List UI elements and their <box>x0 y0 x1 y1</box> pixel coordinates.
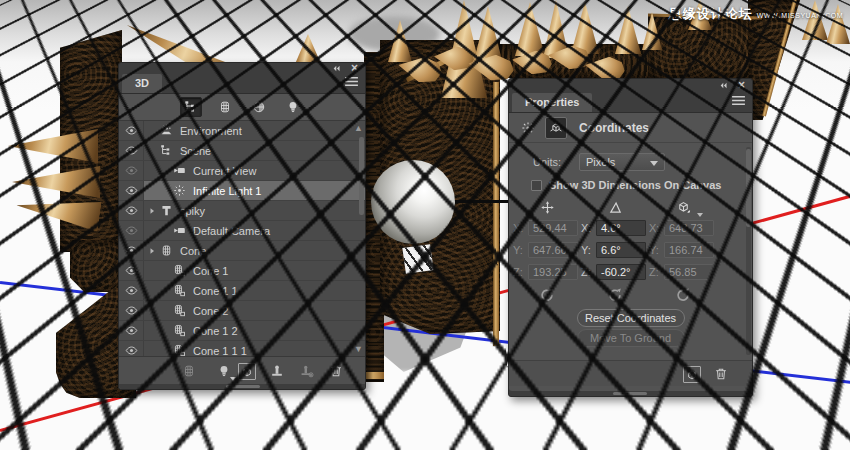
visibility-eye-icon[interactable] <box>119 321 144 340</box>
layer-row-current-view[interactable]: Current View <box>119 161 365 181</box>
close-icon[interactable]: × <box>351 64 358 73</box>
mesh-instance-icon <box>171 264 187 277</box>
properties-panel: × Properties Coordinates Units: Pixels S… <box>508 78 753 397</box>
tab-3d[interactable]: 3D <box>122 74 162 93</box>
units-dropdown[interactable]: Pixels <box>579 153 665 171</box>
coord-value-field: 193.25 <box>528 264 578 280</box>
mesh-instance-icon <box>171 324 187 337</box>
axis-label: Z: <box>513 266 528 278</box>
gold-trim-sliver-base <box>364 372 384 379</box>
layer-row-scene[interactable]: Scene <box>119 141 365 161</box>
infinite-light-icon[interactable] <box>517 117 539 139</box>
show-3d-dimensions-checkbox[interactable] <box>531 180 542 191</box>
move-icon[interactable] <box>513 197 581 217</box>
properties-hscrollbar[interactable] <box>509 391 752 396</box>
scroll-down-icon[interactable]: ▼ <box>354 344 363 354</box>
properties-panel-tabrow: Properties <box>509 92 752 112</box>
reset-icon[interactable] <box>513 283 581 307</box>
coordinates-icon[interactable] <box>545 117 567 139</box>
visibility-eye-icon[interactable] <box>119 141 144 160</box>
layer-label: Current View <box>193 165 256 177</box>
visibility-eye-icon[interactable] <box>119 281 144 300</box>
expander-icon[interactable] <box>148 247 158 255</box>
layer-label: Environment <box>180 125 242 137</box>
reset-icon[interactable] <box>581 283 649 307</box>
filter-mesh-icon[interactable] <box>214 97 236 117</box>
tab-properties[interactable]: Properties <box>512 93 592 112</box>
scroll-up-icon[interactable]: ▲ <box>354 123 363 133</box>
camera-icon <box>171 164 187 177</box>
expander-icon[interactable] <box>148 207 158 215</box>
visibility-eye-icon[interactable] <box>119 341 144 356</box>
move-to-ground-button[interactable]: Move To Ground <box>577 329 685 347</box>
axis-label: X: <box>513 222 528 234</box>
add-cube-icon[interactable] <box>683 366 701 383</box>
rotate-icon[interactable] <box>581 197 649 217</box>
layer-row-environment[interactable]: Environment <box>119 121 365 141</box>
3d-panel: × 3D ▲ ▼ EnvironmentSceneCurrent ViewInf… <box>118 62 366 390</box>
trash-icon[interactable] <box>328 363 344 379</box>
layer-row-cone-1-2[interactable]: Cone 1 2 <box>119 321 365 341</box>
coord-value-field[interactable]: 6.6° <box>596 242 646 258</box>
layer-row-cone[interactable]: Cone <box>119 241 365 261</box>
layer-row-cone-1-1-1[interactable]: Cone 1 1 1 <box>119 341 365 356</box>
visibility-eye-icon[interactable] <box>119 201 144 220</box>
mesh-t-icon <box>158 204 174 217</box>
properties-panel-dragbar[interactable]: × <box>509 79 752 92</box>
layer-row-spiky[interactable]: spiky <box>119 201 365 221</box>
coord-value-field[interactable]: -60.2° <box>596 264 646 280</box>
coord-value-field[interactable]: 4.6° <box>596 220 646 236</box>
scale-icon[interactable] <box>649 197 717 217</box>
collapse-panels-icon[interactable] <box>331 64 342 73</box>
layer-label: Cone 1 1 1 <box>193 345 247 357</box>
mesh-instance-icon <box>171 304 187 317</box>
layer-row-cone-1[interactable]: Cone 1 <box>119 261 365 281</box>
layer-row-cone-1-1[interactable]: Cone 1 1 <box>119 281 365 301</box>
infinite-light-widget-sphere[interactable] <box>371 160 455 244</box>
coord-column-position: X:529.44Y:647.66Z:193.25 <box>513 197 581 307</box>
mesh-icon[interactable] <box>181 363 197 379</box>
coordinates-grid: X:529.44Y:647.66Z:193.25X:4.6°Y:6.6°Z:-6… <box>509 197 752 307</box>
panel-menu-icon[interactable] <box>731 95 746 108</box>
properties-vscrollbar[interactable] <box>746 147 751 355</box>
3d-panel-hscrollbar[interactable] <box>119 384 365 389</box>
lightbulb-icon[interactable] <box>216 363 232 379</box>
panel-menu-icon[interactable] <box>344 76 359 89</box>
axis-label: Z: <box>649 266 664 278</box>
stamp-icon[interactable] <box>269 363 285 379</box>
layer-label: Cone 1 1 <box>193 285 238 297</box>
layer-row-default-camera[interactable]: Default Camera <box>119 221 365 241</box>
visibility-eye-icon[interactable] <box>119 261 144 280</box>
collapse-panels-icon[interactable] <box>718 81 729 90</box>
trash-icon[interactable] <box>713 366 729 382</box>
filter-materials-icon[interactable] <box>248 97 270 117</box>
visibility-eye-icon[interactable] <box>119 301 144 320</box>
reset-icon[interactable] <box>649 283 717 307</box>
mesh-instance-icon <box>171 344 187 356</box>
scene-icon <box>158 144 174 157</box>
stamp-delete-icon[interactable] <box>299 363 315 379</box>
visibility-eye-icon[interactable] <box>119 241 144 260</box>
list-scrollbar-thumb[interactable] <box>359 137 364 215</box>
visibility-eye-icon[interactable] <box>119 221 144 240</box>
filter-lights-icon[interactable] <box>282 97 304 117</box>
reset-coordinates-button[interactable]: Reset Coordinates <box>577 309 685 327</box>
axis-label: X: <box>649 222 664 234</box>
3d-panel-dragbar[interactable]: × <box>119 63 365 74</box>
coord-value-field: 647.66 <box>528 242 578 258</box>
watermark: 思缘设计论坛www.missyuan.com <box>669 4 843 23</box>
properties-title: Coordinates <box>579 121 649 135</box>
layer-label: Cone 1 2 <box>193 325 238 337</box>
add-cube-icon[interactable] <box>238 363 256 380</box>
layer-row-infinite-light-1[interactable]: Infinite Light 1 <box>119 181 365 201</box>
layer-row-cone-2[interactable]: Cone 2 <box>119 301 365 321</box>
visibility-eye-icon[interactable] <box>119 161 144 180</box>
units-value: Pixels <box>586 156 615 168</box>
filter-scene-icon[interactable] <box>180 97 202 117</box>
coord-column-rotation: X:4.6°Y:6.6°Z:-60.2° <box>581 197 649 307</box>
visibility-eye-icon[interactable] <box>119 121 144 140</box>
axis-label: Z: <box>581 266 596 278</box>
light-direction-line[interactable] <box>446 200 508 203</box>
close-icon[interactable]: × <box>738 81 745 90</box>
visibility-eye-icon[interactable] <box>119 181 144 200</box>
